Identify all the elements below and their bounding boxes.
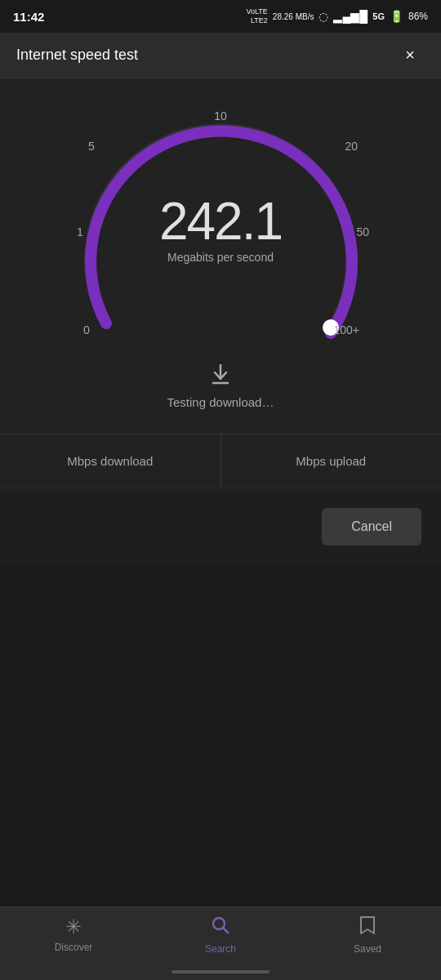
label-100plus: 100+ [333,323,359,336]
saved-label: Saved [354,943,381,955]
gauge-center: 242.1 Megabits per second [159,195,282,264]
status-icons: VoLTE LTE2 28.26 MB/s ◌ ▂▄▆█ 5G 🔋 86% [246,7,428,25]
discover-label: Discover [55,942,93,953]
battery-icon: 🔋 [390,10,403,23]
label-1: 1 [77,225,83,238]
page-title: Internet speed test [16,47,138,64]
label-5: 5 [88,140,95,153]
empty-space [0,565,441,888]
saved-icon [359,915,376,940]
download-status: Testing download… [167,364,274,409]
discover-icon: ✳ [65,915,82,938]
label-10: 10 [214,109,227,122]
bottom-nav: ✳ Discover Search Saved [0,906,441,980]
label-20: 20 [345,140,358,153]
search-label: Search [205,943,236,955]
status-time: 11:42 [13,10,44,24]
search-icon [211,915,230,940]
download-icon [211,364,230,390]
status-bar: 11:42 VoLTE LTE2 28.26 MB/s ◌ ▂▄▆█ 5G 🔋 … [0,0,441,33]
stats-row: Mbps download Mbps upload [0,434,441,488]
download-status-text: Testing download… [167,395,274,409]
cancel-button[interactable]: Cancel [322,508,421,546]
network-5g: 5G [372,11,385,21]
svg-line-4 [224,929,229,933]
speed-value: 242.1 [159,195,282,247]
gauge-container: 10 20 50 100+ 5 1 0 242.1 Megabits per s… [65,95,376,356]
label-50: 50 [356,225,369,238]
upload-label: Mbps upload [296,454,366,468]
download-label: Mbps download [67,454,153,468]
wifi-icon: ◌ [318,10,328,23]
title-bar: Internet speed test × [0,33,441,78]
label-0: 0 [83,323,90,336]
nav-item-discover[interactable]: ✳ Discover [0,915,147,953]
battery-level: 86% [408,11,428,22]
signal-icon: ▂▄▆█ [333,10,368,23]
speed-test-panel: 10 20 50 100+ 5 1 0 242.1 Megabits per s… [0,78,441,434]
home-indicator [172,970,270,973]
nav-item-saved[interactable]: Saved [294,915,441,955]
network-label: VoLTE LTE2 [246,7,267,25]
nav-item-search[interactable]: Search [147,915,294,955]
download-stat: Mbps download [0,434,221,488]
network-speed: 28.26 MB/s [273,12,314,21]
close-button[interactable]: × [395,41,425,70]
speed-unit: Megabits per second [159,251,282,264]
upload-stat: Mbps upload [221,434,442,488]
cancel-row: Cancel [0,488,441,565]
